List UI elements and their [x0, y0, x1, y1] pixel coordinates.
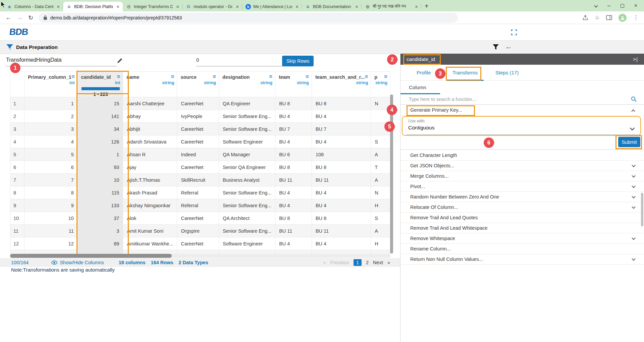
back-icon[interactable]: ←	[5, 14, 11, 21]
tab-profile[interactable]: Profile	[417, 70, 431, 75]
transform-item[interactable]: Remove Whitespace	[400, 233, 644, 244]
pagination-next[interactable]: Next	[373, 260, 383, 265]
cell-source[interactable]: CareerNet	[177, 97, 219, 110]
cell-name[interactable]: Akash Prasad	[123, 186, 177, 199]
cell-candidate-id[interactable]: 15	[77, 97, 123, 110]
cell-designation[interactable]: QA Architect	[219, 212, 275, 225]
menu-kebab-icon[interactable]: ⋮	[633, 14, 639, 21]
cell-team-search-and-r-[interactable]: BU 4	[312, 186, 371, 199]
tab-search-chevron-icon[interactable]	[594, 4, 598, 7]
tab-close-icon[interactable]: ×	[56, 4, 61, 9]
tab-close-icon[interactable]: ×	[235, 4, 240, 9]
cell-designation[interactable]: Senior QA Engineer	[219, 161, 275, 174]
use-with-select[interactable]: Contiguous	[408, 125, 434, 131]
cell-primary-column-1[interactable]: 4	[24, 135, 78, 148]
transform-item[interactable]: Relocate Of Column...	[400, 202, 644, 213]
collapse-panel-icon[interactable]: >|	[633, 56, 638, 62]
cell-source[interactable]: Referral	[177, 199, 219, 212]
cell-designation[interactable]: Business Analyst	[219, 174, 275, 186]
scrollbar-thumb[interactable]	[10, 254, 172, 258]
cell-primary-column-1[interactable]: 1	[24, 97, 78, 110]
column-header-source[interactable]: source≡string	[177, 72, 219, 97]
cell-source[interactable]: CareerNet	[177, 237, 219, 250]
cell-name[interactable]: Ahsan R	[123, 148, 177, 161]
cell-team-search-and-r-[interactable]: BU 11	[312, 225, 371, 237]
pagination-first[interactable]: «	[323, 260, 326, 265]
cell-primary-column-1[interactable]: 10	[24, 212, 78, 225]
tab-close-icon[interactable]: ×	[294, 4, 300, 9]
column-header-primary-column-1[interactable]: Primary_column_1≡int	[24, 72, 78, 97]
cell-source[interactable]: CareerNet	[177, 135, 219, 148]
cell-team[interactable]: BU 4	[275, 186, 312, 199]
transform-item[interactable]: Random Number Between Zero And One	[400, 192, 644, 202]
cell-name[interactable]: Ajay	[123, 161, 177, 174]
transform-item[interactable]: Pivot...	[400, 181, 644, 192]
cell-p[interactable]: H	[371, 237, 390, 250]
cell-designation[interactable]: Software Engineer	[219, 237, 275, 250]
browser-tab[interactable]: Columns - Data Cente×	[3, 2, 63, 11]
cell-p[interactable]: S	[371, 135, 390, 148]
cell-team[interactable]: BU 8	[275, 212, 312, 225]
cell-candidate-id[interactable]: 115	[77, 186, 123, 199]
cell-name[interactable]: Amitkumar Wankhe...	[123, 237, 177, 250]
tab-close-icon[interactable]: ×	[175, 4, 180, 9]
browser-tab[interactable]: Integer Transforms Ov×	[123, 2, 182, 11]
bookmark-star-icon[interactable]: ☆	[595, 14, 600, 21]
transform-item[interactable]: Get Character Length	[400, 150, 644, 161]
cell-primary-column-1[interactable]: 3	[24, 123, 78, 135]
cell-name[interactable]: Abhijit	[123, 123, 177, 135]
new-tab-button[interactable]: +	[425, 2, 429, 10]
cell-source[interactable]: SkillRecruit	[177, 174, 219, 186]
transform-item[interactable]: Rename Column...	[400, 244, 644, 254]
cell-team[interactable]: BU 4	[275, 237, 312, 250]
column-menu-icon[interactable]: ≡	[71, 74, 75, 79]
cell-name[interactable]: Amit Kumar Soni	[123, 225, 177, 237]
cell-source[interactable]: Referral	[177, 186, 219, 199]
column-header-name[interactable]: name≡string	[123, 72, 177, 97]
cell-team-search-and-r-[interactable]: BU 8	[312, 161, 371, 174]
cell-p[interactable]: H	[371, 199, 390, 212]
browser-tab[interactable]: श्री गुर पद नख मनि गन×	[362, 2, 421, 11]
cell-candidate-id[interactable]: 141	[77, 110, 123, 123]
transform-item[interactable]: Remove Trail And Lead Quotes	[400, 213, 644, 223]
cell-source[interactable]: CareerNet	[177, 123, 219, 135]
transform-item[interactable]: Remove Trail And Lead Whitespace	[400, 223, 644, 233]
cell-p[interactable]: S	[371, 212, 390, 225]
cell-team[interactable]: BU 11	[275, 174, 312, 186]
column-header-team[interactable]: team≡string	[275, 72, 312, 97]
cell-team-search-and-r-[interactable]: BU 7	[312, 123, 371, 135]
cell-primary-column-1[interactable]: 11	[24, 225, 78, 237]
cell-team[interactable]: BU 4	[275, 110, 312, 123]
cell-candidate-id[interactable]: 89	[77, 237, 123, 250]
cell-p[interactable]: T	[371, 161, 390, 174]
cell-designation[interactable]: Senior Software Eng...	[219, 225, 275, 237]
cell-team-search-and-r-[interactable]: BU 8	[312, 212, 371, 225]
sidebar-scrollbar-thumb[interactable]	[641, 193, 643, 226]
cell-team[interactable]: BU 4	[275, 135, 312, 148]
tab-close-icon[interactable]: ×	[354, 4, 359, 9]
cell-team[interactable]: BU 6	[275, 148, 312, 161]
url-field[interactable]: demo.bdb.ai/dataprepration/#/openPreprat…	[39, 13, 458, 23]
column-header-team-search-and-r-[interactable]: team_search_and_r...≡string	[312, 72, 371, 97]
cell-designation[interactable]: Senior Software Eng...	[219, 123, 275, 135]
transform-item-generate-primary-key[interactable]: Generate Primary Key...	[400, 105, 644, 116]
avatar[interactable]	[619, 14, 627, 22]
tab-steps[interactable]: Steps (17)	[495, 70, 519, 75]
cell-designation[interactable]: QA Engineer	[219, 97, 275, 110]
close-icon[interactable]: ×	[634, 3, 637, 9]
cell-candidate-id[interactable]: 126	[77, 135, 123, 148]
cell-team[interactable]: BU 8	[275, 97, 312, 110]
cell-source[interactable]: CareerNet	[177, 161, 219, 174]
side-panel-icon[interactable]	[606, 15, 612, 20]
cell-source[interactable]: Indeed	[177, 148, 219, 161]
cell-candidate-id[interactable]: 133	[77, 199, 123, 212]
dataset-name-input[interactable]: TransformedHiringData	[6, 57, 117, 66]
function-search[interactable]: Type here to search a function....	[400, 94, 644, 105]
column-menu-icon[interactable]: ≡	[384, 74, 387, 79]
share-icon[interactable]	[582, 15, 588, 20]
search-icon[interactable]	[631, 96, 637, 102]
column-menu-icon[interactable]: ≡	[213, 74, 216, 79]
transform-item[interactable]: Return Non Null Column Values...	[400, 254, 644, 265]
pagination-last[interactable]: »	[387, 260, 390, 265]
column-menu-icon[interactable]: ≡	[269, 74, 272, 79]
